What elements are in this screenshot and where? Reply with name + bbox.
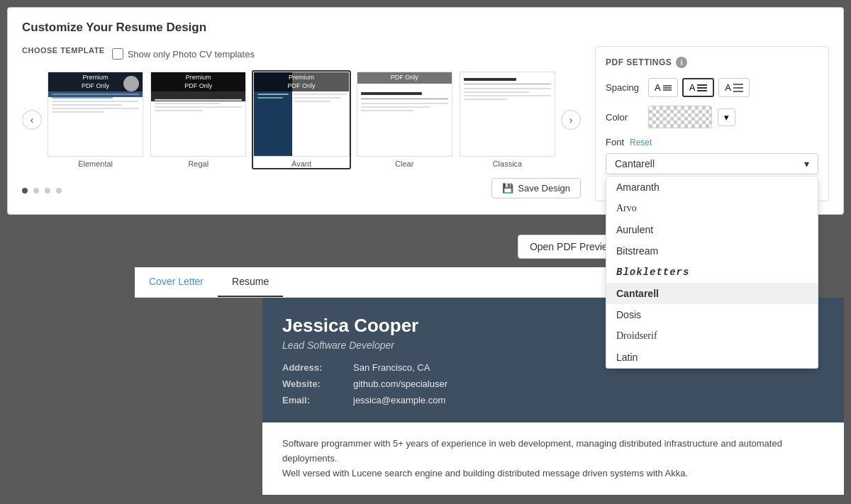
font-option-amaranth[interactable]: Amaranth <box>606 177 818 198</box>
template-item-elemental[interactable]: PremiumPDF Only <box>46 70 145 169</box>
spacing-normal-icon: A <box>689 82 696 93</box>
template-label-clear: Clear <box>357 159 452 168</box>
resume-contact: Address: San Francisco, CA Website: gith… <box>282 362 824 405</box>
resume-summary: Software programmer with 5+ years of exp… <box>282 437 824 481</box>
template-thumb-classica <box>460 72 555 157</box>
template-label-elemental: Elemental <box>48 159 143 168</box>
template-thumb-clear: PDF Only <box>357 72 452 157</box>
template-label-avant: Avant <box>253 159 349 168</box>
font-section: Font Reset Cantarell ▾ Amaranth Arvo Aur… <box>606 137 818 174</box>
website-label: Website: <box>282 379 346 389</box>
carousel-prev-button[interactable]: ‹ <box>22 110 42 130</box>
spacing-label: Spacing <box>606 82 641 93</box>
spacing-wide-button[interactable]: A <box>718 78 750 97</box>
font-dropdown-menu: Amaranth Arvo Aurulent Bitstream Bloklet… <box>606 176 818 369</box>
font-label-row: Font Reset <box>606 137 818 147</box>
spacing-options: A A <box>648 78 750 97</box>
font-option-blokletters[interactable]: Blokletters <box>606 262 818 283</box>
save-design-button[interactable]: 💾 Save Design <box>491 178 581 198</box>
font-option-latin[interactable]: Latin <box>606 347 818 368</box>
customize-panel: Customize Your Resume Design CHOOSE TEMP… <box>7 7 844 215</box>
dot-1[interactable] <box>22 188 28 194</box>
dot-4[interactable] <box>56 188 62 194</box>
templates-row: PremiumPDF Only <box>46 70 557 169</box>
carousel-dots <box>22 188 62 194</box>
font-dropdown-arrow: ▾ <box>804 158 809 169</box>
color-label: Color <box>606 112 641 123</box>
font-dropdown-button[interactable]: Cantarell ▾ <box>606 153 818 174</box>
tab-resume[interactable]: Resume <box>218 267 283 297</box>
page-wrapper: Customize Your Resume Design CHOOSE TEMP… <box>0 0 851 504</box>
spacing-row: Spacing A A <box>606 78 818 97</box>
template-section: CHOOSE TEMPLATE Show only Photo CV templ… <box>22 46 581 201</box>
template-thumb-regal: PremiumPDF Only <box>150 72 246 157</box>
template-carousel: ‹ PremiumPDF Only <box>22 70 581 169</box>
template-thumb-elemental: PremiumPDF Only <box>48 72 143 157</box>
font-label: Font <box>606 137 624 147</box>
email-value: jessica@example.com <box>353 395 824 405</box>
premium-badge-clear: PDF Only <box>357 72 452 84</box>
spacing-compact-lines <box>663 85 672 91</box>
carousel-next-button[interactable]: › <box>561 110 581 130</box>
spacing-wide-lines <box>733 84 743 92</box>
template-thumb-avant: PremiumPDF Only <box>253 72 349 157</box>
template-item-regal[interactable]: PremiumPDF Only Regal <box>149 70 247 169</box>
color-row: Color ▾ <box>606 106 818 128</box>
premium-badge-regal: PremiumPDF Only <box>151 72 245 91</box>
template-item-clear[interactable]: PDF Only Clear <box>355 70 454 169</box>
pdf-settings-section: PDF SETTINGS i Spacing A <box>595 46 829 201</box>
font-option-bitstream[interactable]: Bitstream <box>606 240 818 262</box>
template-section-label: CHOOSE TEMPLATE <box>22 46 105 55</box>
spacing-wide-icon: A <box>725 82 731 93</box>
template-item-avant[interactable]: PremiumPDF Only <box>252 70 350 169</box>
panel-body: CHOOSE TEMPLATE Show only Photo CV templ… <box>22 46 829 201</box>
spacing-normal-button[interactable]: A <box>682 78 715 97</box>
dot-3[interactable] <box>45 188 50 194</box>
info-icon[interactable]: i <box>676 57 687 68</box>
photo-cv-label[interactable]: Show only Photo CV templates <box>112 48 255 60</box>
settings-title: PDF SETTINGS i <box>606 57 818 68</box>
dot-2[interactable] <box>33 188 39 194</box>
font-option-aurulent[interactable]: Aurulent <box>606 219 818 240</box>
website-value: github.com/specialuser <box>353 379 824 389</box>
spacing-normal-lines <box>697 84 707 91</box>
page-title: Customize Your Resume Design <box>22 21 829 35</box>
font-reset-link[interactable]: Reset <box>630 138 652 147</box>
font-dropdown[interactable]: Cantarell ▾ Amaranth Arvo Aurulent Bitst… <box>606 153 818 174</box>
premium-badge-avant: PremiumPDF Only <box>254 72 348 91</box>
color-swatch[interactable] <box>648 106 712 128</box>
photo-cv-checkbox[interactable] <box>112 48 123 60</box>
template-item-classica[interactable]: Classica <box>458 70 557 169</box>
template-header: CHOOSE TEMPLATE Show only Photo CV templ… <box>22 46 581 62</box>
font-option-droidserif[interactable]: Droidserif <box>606 325 818 347</box>
font-option-cantarell[interactable]: Cantarell <box>606 283 818 304</box>
color-dropdown-button[interactable]: ▾ <box>718 108 735 126</box>
font-option-arvo[interactable]: Arvo <box>606 198 818 219</box>
resume-body: Software programmer with 5+ years of exp… <box>262 422 844 495</box>
email-label: Email: <box>282 395 346 405</box>
spacing-compact-icon: A <box>655 82 661 93</box>
color-picker-row: ▾ <box>648 106 735 128</box>
template-label-regal: Regal <box>150 159 246 168</box>
address-label: Address: <box>282 362 346 373</box>
font-option-dosis[interactable]: Dosis <box>606 304 818 325</box>
save-icon: 💾 <box>502 183 513 194</box>
spacing-compact-button[interactable]: A <box>648 78 678 97</box>
font-current-value: Cantarell <box>615 158 655 169</box>
template-label-classica: Classica <box>460 159 555 168</box>
tab-cover-letter[interactable]: Cover Letter <box>135 267 218 297</box>
